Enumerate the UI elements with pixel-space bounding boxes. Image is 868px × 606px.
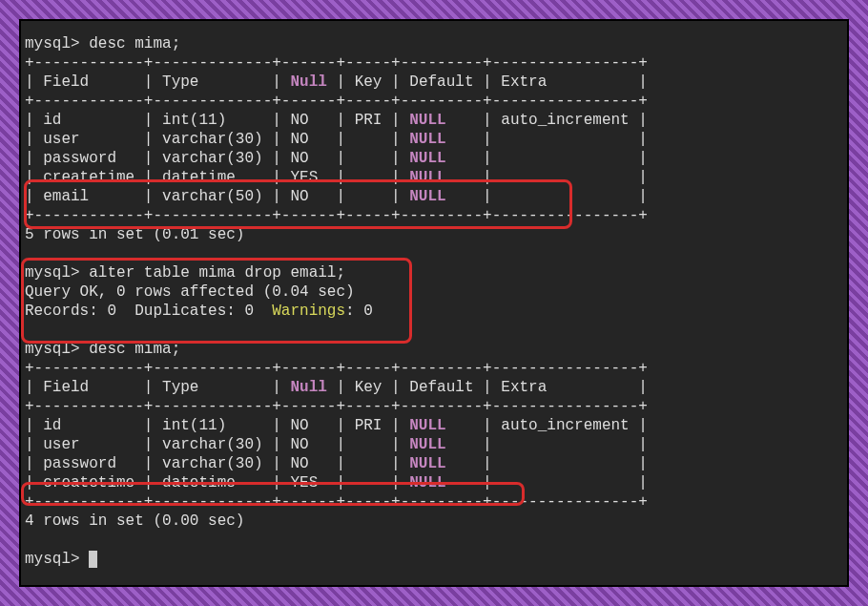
null-value: NULL xyxy=(409,112,445,129)
table-row: | createtime | datetime | YES | | xyxy=(25,169,409,186)
rows-in-set: 4 rows in set (0.00 sec) xyxy=(25,512,244,530)
table-row: | id | int(11) | NO | PRI | xyxy=(25,417,409,434)
table-row: | password | varchar(30) | NO | | xyxy=(25,455,409,472)
table-row: | user | varchar(30) | NO | | xyxy=(25,131,409,148)
table-row: | email | varchar(50) | NO | | xyxy=(25,188,409,205)
null-value: NULL xyxy=(409,188,445,205)
table-row: | id | int(11) | NO | PRI | xyxy=(25,112,409,129)
table-row: | user | varchar(30) | NO | | xyxy=(25,436,409,453)
prompt: mysql> xyxy=(25,341,80,358)
prompt: mysql> xyxy=(25,264,80,282)
table-border: +------------+-------------+------+-----… xyxy=(25,93,648,110)
table-border: +------------+-------------+------+-----… xyxy=(25,207,648,224)
query-ok: Query OK, 0 rows affected (0.04 sec) xyxy=(25,283,355,301)
cursor xyxy=(89,551,97,568)
records-line: Records: 0 Duplicates: 0 xyxy=(25,303,272,320)
command-alter: alter table mima drop email; xyxy=(89,264,345,282)
null-value: NULL xyxy=(409,474,445,491)
mysql-terminal[interactable]: mysql> desc mima; +------------+--------… xyxy=(19,19,849,587)
rows-in-set: 5 rows in set (0.01 sec) xyxy=(25,226,244,243)
command-desc-1: desc mima; xyxy=(89,35,180,52)
table-header: | Field | Type | xyxy=(25,379,290,396)
null-value: NULL xyxy=(409,436,445,453)
null-value: NULL xyxy=(409,131,445,148)
prompt: mysql> xyxy=(25,35,80,52)
table-row: | password | varchar(30) | NO | | xyxy=(25,150,409,167)
table-border: +------------+-------------+------+-----… xyxy=(25,493,648,511)
table-border: +------------+-------------+------+-----… xyxy=(25,54,648,72)
header-null: Null xyxy=(290,379,326,396)
table-row: | createtime | datetime | YES | | xyxy=(25,474,409,491)
table-border: +------------+-------------+------+-----… xyxy=(25,398,648,415)
null-value: NULL xyxy=(409,150,445,167)
table-border: +------------+-------------+------+-----… xyxy=(25,360,648,377)
prompt: mysql> xyxy=(25,551,80,568)
null-value: NULL xyxy=(409,455,445,472)
command-desc-2: desc mima; xyxy=(89,341,180,358)
header-null: Null xyxy=(290,73,326,91)
null-value: NULL xyxy=(409,417,445,434)
null-value: NULL xyxy=(409,169,445,186)
table-header: | Field | Type | xyxy=(25,73,290,91)
warnings-label: Warnings xyxy=(272,303,345,320)
